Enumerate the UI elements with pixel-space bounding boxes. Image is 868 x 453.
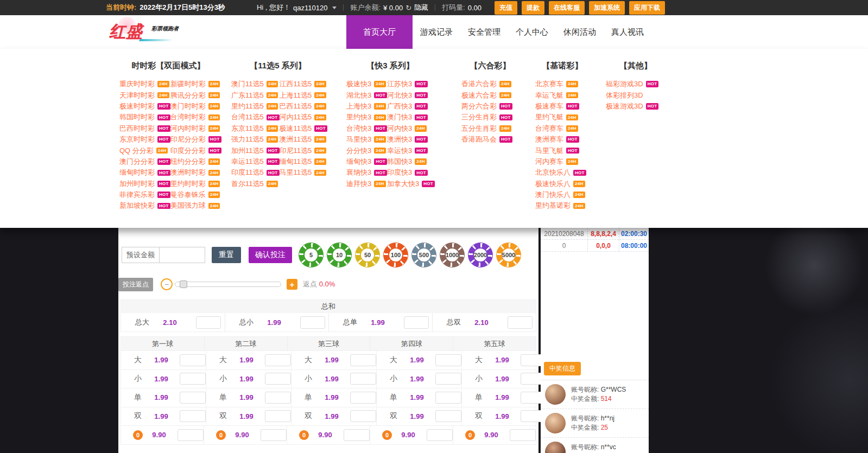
lottery-link[interactable]: 河内时时彩24H bbox=[170, 123, 221, 134]
lottery-link[interactable]: 幸运飞艇24H bbox=[535, 90, 590, 100]
lottery-link[interactable]: 极速赛车HOT bbox=[535, 101, 590, 112]
bet-amount-input[interactable] bbox=[435, 392, 461, 404]
bet-amount-input[interactable] bbox=[510, 429, 536, 441]
lottery-link[interactable]: 北京快乐八HOT bbox=[535, 167, 590, 178]
chip-50[interactable]: 50 bbox=[355, 243, 380, 267]
nav-personal-center[interactable]: 个人中心 bbox=[508, 15, 556, 49]
booster-button[interactable]: 加速系统 bbox=[589, 1, 625, 15]
bet-amount-input[interactable] bbox=[350, 373, 376, 385]
lottery-link[interactable]: 极速快324H bbox=[346, 79, 387, 90]
lottery-link[interactable]: 加拿大快3HOT bbox=[387, 178, 435, 189]
lottery-link[interactable]: 澳门时时彩24H bbox=[170, 101, 221, 112]
lottery-link[interactable]: 澳门快3HOT bbox=[387, 112, 435, 123]
bet-amount-input[interactable] bbox=[265, 354, 291, 366]
bet-amount-input[interactable] bbox=[180, 410, 206, 422]
bet-amount-input[interactable] bbox=[435, 410, 461, 422]
bet-amount-input[interactable] bbox=[261, 429, 287, 441]
user-menu[interactable]: Hi , 您好！ qaz110120 bbox=[257, 3, 337, 12]
lottery-link[interactable]: 极速时时彩HOT bbox=[119, 101, 170, 112]
withdraw-button[interactable]: 提款 bbox=[522, 1, 544, 15]
rebate-slider-handle[interactable] bbox=[180, 280, 187, 288]
rebate-slider[interactable] bbox=[175, 282, 281, 287]
lottery-link[interactable]: 上海快324H bbox=[346, 101, 387, 112]
chip-10[interactable]: 10 bbox=[327, 243, 352, 267]
nav-live-video[interactable]: 真人视讯 bbox=[604, 15, 651, 49]
bet-amount-input[interactable] bbox=[508, 316, 533, 329]
lottery-link[interactable]: 河北快3HOT bbox=[387, 90, 435, 100]
lottery-link[interactable]: 里约11选524H bbox=[231, 101, 280, 112]
lottery-link[interactable]: 曼谷泰铢乐24H bbox=[170, 189, 221, 200]
bet-amount-input[interactable] bbox=[350, 354, 376, 366]
hide-balance-button[interactable]: 隐藏 bbox=[414, 3, 428, 12]
lottery-link[interactable]: 澳门快乐八24H bbox=[535, 189, 590, 200]
lottery-link[interactable]: 重庆时时彩24H bbox=[119, 79, 170, 90]
lottery-link[interactable]: 巴西时时彩HOT bbox=[119, 123, 170, 134]
lottery-link[interactable]: 湖北快3HOT bbox=[346, 90, 387, 100]
rebate-increase-button[interactable]: + bbox=[287, 279, 297, 290]
lottery-link[interactable]: 东京时时彩HOT bbox=[119, 134, 170, 145]
bet-amount-input[interactable] bbox=[178, 429, 204, 441]
lottery-link[interactable]: 香港六合彩24H bbox=[461, 79, 519, 90]
lottery-link[interactable]: QQ 分分彩24H bbox=[119, 145, 170, 156]
lottery-link[interactable]: 两分六合彩HOT bbox=[461, 101, 519, 112]
lottery-link[interactable]: 香港跑马会HOT bbox=[461, 134, 519, 145]
lottery-link[interactable]: 加州时时彩HOT bbox=[119, 178, 170, 189]
lottery-link[interactable]: 印度11选5HOT bbox=[231, 167, 280, 178]
lottery-link[interactable]: 三分生肖彩HOT bbox=[461, 112, 519, 123]
lottery-link[interactable]: 新疆时时彩24H bbox=[170, 79, 221, 90]
lottery-link[interactable]: 江苏快3HOT bbox=[387, 79, 435, 90]
bet-amount-input[interactable] bbox=[427, 429, 453, 441]
refresh-icon[interactable]: ↻ bbox=[406, 4, 411, 12]
lottery-link[interactable]: 江西11选524H bbox=[280, 79, 328, 90]
bet-amount-input[interactable] bbox=[265, 392, 291, 404]
lottery-link[interactable]: 澳门分分彩HOT bbox=[119, 156, 170, 167]
chip-5[interactable]: 5 bbox=[299, 243, 324, 267]
lottery-link[interactable]: 缅甸时时彩HOT bbox=[119, 167, 170, 178]
lottery-link[interactable]: 马里飞艇HOT bbox=[535, 145, 590, 156]
lottery-link[interactable]: 澳洲赛车HOT bbox=[535, 134, 590, 145]
lottery-link[interactable]: 首尔11选524H bbox=[231, 178, 280, 189]
bet-amount-input[interactable] bbox=[180, 392, 206, 404]
bet-amount-input[interactable] bbox=[435, 373, 461, 385]
lottery-link[interactable]: 韩国快324H bbox=[387, 156, 435, 167]
lottery-link[interactable]: 迪拜快324H bbox=[346, 178, 387, 189]
lottery-link[interactable]: 里约基诺彩24H bbox=[535, 200, 590, 211]
lottery-link[interactable]: 菲律宾乐彩HOT bbox=[119, 189, 170, 200]
chip-5000[interactable]: 5000 bbox=[496, 243, 521, 267]
lottery-link[interactable]: 河内赛车24H bbox=[535, 156, 590, 167]
lottery-link[interactable]: 极速游戏3DHOT bbox=[606, 101, 666, 112]
lottery-link[interactable]: 美国强力球24H bbox=[170, 200, 221, 211]
bet-amount-input[interactable] bbox=[435, 354, 461, 366]
lottery-link[interactable]: 台湾时时彩24H bbox=[170, 112, 221, 123]
lottery-link[interactable]: 澳洲时时彩24H bbox=[170, 167, 221, 178]
preset-amount-input[interactable] bbox=[159, 247, 205, 263]
lottery-link[interactable]: 分分快324H bbox=[346, 145, 387, 156]
lottery-link[interactable]: 天津时时彩24H bbox=[119, 90, 170, 100]
lottery-link[interactable]: 台湾赛车24H bbox=[535, 123, 590, 134]
lottery-link[interactable]: 印尼11选524H bbox=[280, 145, 328, 156]
lottery-link[interactable]: 福彩游戏3DHOT bbox=[606, 79, 666, 90]
lottery-link[interactable]: 极速六合彩24H bbox=[461, 90, 519, 100]
chip-1000[interactable]: 1000 bbox=[440, 243, 465, 267]
bet-amount-input[interactable] bbox=[265, 373, 291, 385]
lottery-link[interactable]: 缅甸11选524H bbox=[280, 156, 328, 167]
bet-amount-input[interactable] bbox=[265, 410, 291, 422]
bet-amount-input[interactable] bbox=[350, 392, 376, 404]
nav-game-records[interactable]: 游戏记录 bbox=[413, 15, 460, 49]
chip-500[interactable]: 500 bbox=[411, 243, 436, 267]
lottery-link[interactable]: 印度分分彩HOT bbox=[170, 145, 221, 156]
lottery-link[interactable]: 体彩排列3D bbox=[606, 90, 666, 100]
recharge-button[interactable]: 充值 bbox=[495, 1, 517, 15]
lottery-link[interactable]: 台湾快3HOT bbox=[346, 123, 387, 134]
lottery-link[interactable]: 里约快324H bbox=[346, 112, 387, 123]
lottery-link[interactable]: 河内快324H bbox=[387, 123, 435, 134]
app-download-button[interactable]: 应用下载 bbox=[629, 1, 665, 15]
lottery-link[interactable]: 幸运快3HOT bbox=[387, 145, 435, 156]
lottery-link[interactable]: 东京11选524H bbox=[231, 123, 280, 134]
lottery-link[interactable]: 马里11选524H bbox=[280, 167, 328, 178]
lottery-link[interactable]: 印尼分分彩HOT bbox=[170, 134, 221, 145]
lottery-link[interactable]: 加州11选5HOT bbox=[231, 145, 280, 156]
reset-button[interactable]: 重置 bbox=[212, 247, 241, 263]
bet-amount-input[interactable] bbox=[404, 316, 429, 329]
bet-amount-input[interactable] bbox=[180, 354, 206, 366]
